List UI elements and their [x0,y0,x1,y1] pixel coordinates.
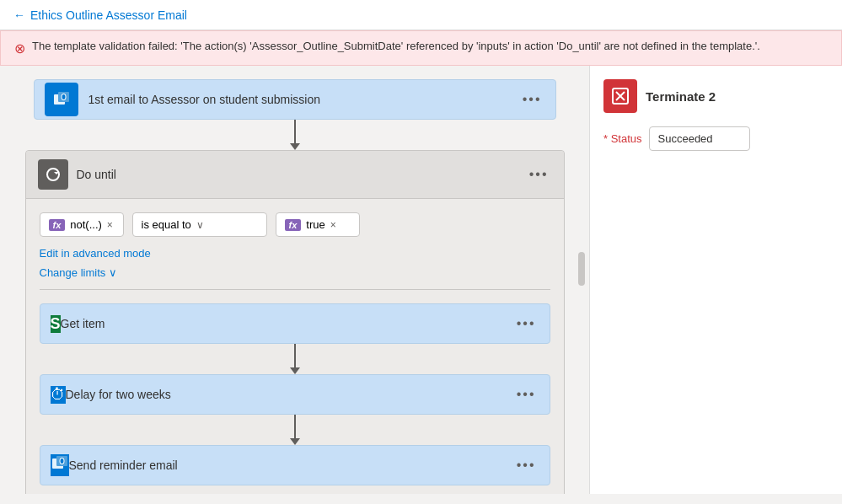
fx-badge-left: fx [49,219,66,231]
email-action-block[interactable]: 1st email to Assessor on student submiss… [34,79,556,120]
get-item-label: Get item [61,317,513,330]
sharepoint-icon: S [51,315,61,332]
change-limits-button[interactable]: Change limits ∨ [26,263,564,282]
fx-badge-right: fx [285,219,302,231]
status-value-box[interactable]: Succeeded [649,126,750,151]
main-area: 1st email to Assessor on student submiss… [0,66,842,494]
arrow-line [294,120,296,143]
outlook-icon-2 [51,454,69,473]
timer-icon-box: ⏱ [51,386,66,404]
header-title: Ethics Outline Assessor Email [30,8,187,22]
terminate-header: Terminate 2 [603,79,829,113]
arrow-line-3 [294,415,296,438]
get-item-menu[interactable]: ••• [513,313,539,335]
condition-middle-dropdown[interactable]: is equal to ∨ [132,212,267,237]
sharepoint-icon-box: S [51,315,61,333]
condition-right-value: true [306,218,324,231]
error-circle-icon: ⊗ [14,40,25,56]
svg-point-3 [62,94,65,99]
terminate-icon [610,86,630,106]
scroll-handle[interactable] [578,252,585,286]
change-limits-label: Change limits [40,266,106,279]
loop-icon [44,165,62,184]
terminate-title: Terminate 2 [646,89,716,104]
timer-icon: ⏱ [51,386,66,403]
status-field-row: * Status Succeeded [603,126,829,151]
back-button[interactable]: ← Ethics Outline Assessor Email [13,8,187,22]
do-until-menu[interactable]: ••• [526,164,552,185]
delay-menu[interactable]: ••• [513,383,539,405]
connector-1 [290,120,300,150]
header: ← Ethics Outline Assessor Email [0,0,842,30]
svg-point-8 [60,458,63,464]
email-action-label: 1st email to Assessor on student submiss… [88,93,519,106]
outlook-icon-box [45,83,78,116]
status-value: Succeeded [658,132,713,145]
do-until-icon-box [38,159,68,190]
connector-3 [290,415,300,445]
condition-area: fx not(...) × is equal to ∨ fx true × [26,199,564,244]
error-banner: ⊗ The template validation failed: 'The a… [0,30,842,66]
arrow-head-2 [290,367,300,374]
divider [40,289,550,290]
right-panel: Terminate 2 * Status Succeeded [589,66,842,494]
send-reminder-block[interactable]: Send reminder email ••• [40,445,550,485]
edit-advanced-link[interactable]: Edit in advanced mode [26,244,164,263]
arrow-head-3 [290,438,300,445]
do-until-header: Do until ••• [26,151,564,199]
inner-actions: S Get item ••• ⏱ Delay for two weeks [26,297,564,485]
send-reminder-icon-box [51,454,69,476]
condition-right-remove[interactable]: × [330,219,336,231]
do-until-title: Do until [77,168,526,181]
condition-left-pill[interactable]: fx not(...) × [40,212,124,237]
back-arrow-icon: ← [13,8,25,22]
canvas: 1st email to Assessor on student submiss… [0,66,589,494]
connector-2 [290,344,300,374]
send-reminder-menu[interactable]: ••• [513,454,539,476]
condition-left-value: not(...) [70,218,102,231]
arrow-head [290,143,300,150]
chevron-down-icon: ∨ [196,219,204,231]
send-reminder-label: Send reminder email [69,458,513,472]
condition-right-pill[interactable]: fx true × [276,212,360,237]
do-until-container: Do until ••• fx not(...) × is equal to ∨… [25,150,565,494]
terminate-icon-box [603,79,637,113]
condition-middle-label: is equal to [142,218,191,231]
error-message: The template validation failed: 'The act… [32,40,760,52]
condition-left-remove[interactable]: × [107,219,113,231]
delay-label: Delay for two weeks [66,388,513,401]
delay-block[interactable]: ⏱ Delay for two weeks ••• [40,374,550,415]
outlook-icon [52,90,71,109]
status-label: * Status [603,132,642,145]
email-action-menu[interactable]: ••• [519,88,545,110]
arrow-line-2 [294,344,296,367]
get-item-block[interactable]: S Get item ••• [40,303,550,344]
change-limits-chevron: ∨ [109,266,117,279]
